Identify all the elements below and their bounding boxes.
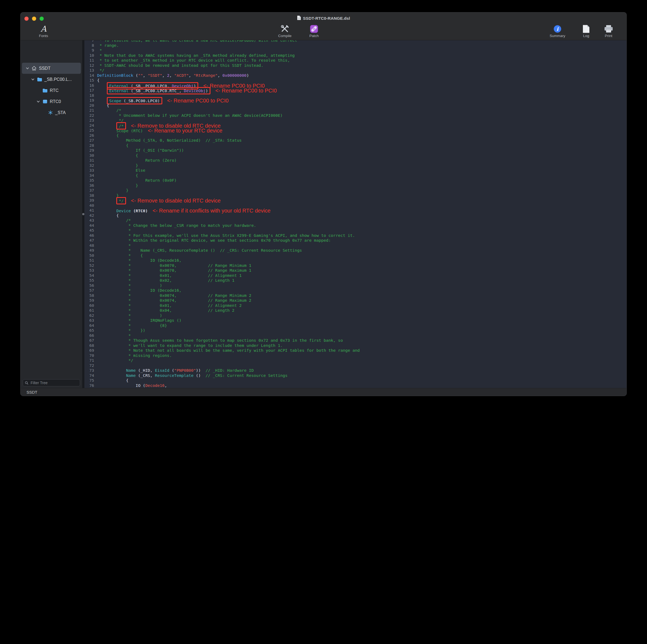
pane-divider[interactable] bbox=[82, 40, 84, 388]
annotation-text: <- Rename PC00 to PCI0 bbox=[167, 98, 228, 103]
sidebar-item-sb-pc00-l[interactable]: _SB.PC00.L... bbox=[22, 74, 81, 85]
code-text: */ bbox=[97, 68, 104, 73]
code-text: * Within the original RTC device, we see… bbox=[97, 238, 331, 243]
code-line-67[interactable]: 67 * Though Asus seems to have forgotten… bbox=[84, 338, 627, 343]
fonts-button[interactable]: AFonts bbox=[33, 24, 54, 38]
code-line-70[interactable]: 70 * missing regions. bbox=[84, 353, 627, 358]
compile-button[interactable]: Compile bbox=[274, 24, 296, 38]
code-line-28[interactable]: 28 { bbox=[84, 143, 627, 148]
code-line-32[interactable]: 32 } bbox=[84, 163, 627, 168]
code-line-13[interactable]: 13 */ bbox=[84, 68, 627, 73]
code-line-21[interactable]: 21 /* bbox=[84, 108, 627, 113]
code-line-19[interactable]: 19 Scope (_SB.PC00.LPC0)<- Rename PC00 t… bbox=[84, 98, 627, 103]
code-line-38[interactable]: 38 } bbox=[84, 193, 627, 198]
line-number: 15 bbox=[84, 78, 97, 83]
print-button[interactable]: Print bbox=[598, 24, 620, 38]
sidebar-item-sta[interactable]: _STA bbox=[22, 107, 81, 118]
code-line-51[interactable]: 51 * IO (Decode16, bbox=[84, 258, 627, 263]
chevron-down-icon[interactable] bbox=[31, 78, 34, 81]
code-line-47[interactable]: 47 * Within the original RTC device, we … bbox=[84, 238, 627, 243]
code-line-68[interactable]: 68 * we'll want to expand the range to i… bbox=[84, 343, 627, 348]
code-line-41[interactable]: 41 Device (RTC0)<- Rename if it conflict… bbox=[84, 208, 627, 213]
code-line-25[interactable]: 25 Scope (RTC)<- Rename to your RTC devi… bbox=[84, 128, 627, 133]
code-line-62[interactable]: 62 * ) bbox=[84, 313, 627, 318]
code-token: , bbox=[189, 73, 194, 78]
code-line-63[interactable]: 63 * IRQNoFlags () bbox=[84, 318, 627, 323]
code-line-58[interactable]: 58 * 0x0074, // Range Minimum 2 bbox=[84, 293, 627, 298]
code-line-48[interactable]: 48 * bbox=[84, 243, 627, 248]
code-line-57[interactable]: 57 * IO (Decode16, bbox=[84, 288, 627, 293]
code-line-35[interactable]: 35 Return (0x0F) bbox=[84, 178, 627, 183]
code-line-74[interactable]: 74 Name (_CRS, ResourceTemplate () // _C… bbox=[84, 373, 627, 378]
code-editor[interactable]: 7 * To resolve this, we'll want to creat… bbox=[84, 40, 627, 388]
code-line-22[interactable]: 22 * Uncomment below if your ACPI doesn'… bbox=[84, 113, 627, 118]
line-number: 25 bbox=[84, 128, 97, 133]
line-number: 20 bbox=[84, 103, 97, 108]
code-line-50[interactable]: 50 * { bbox=[84, 253, 627, 258]
code-line-43[interactable]: 43 /* bbox=[84, 218, 627, 223]
code-line-72[interactable]: 72 bbox=[84, 363, 627, 368]
line-number: 59 bbox=[84, 298, 97, 303]
code-line-33[interactable]: 33 Else bbox=[84, 168, 627, 173]
code-line-42[interactable]: 42 { bbox=[84, 213, 627, 218]
code-line-11[interactable]: 11 * to set another _STA method in your … bbox=[84, 58, 627, 63]
code-line-53[interactable]: 53 * 0x0070, // Range Maximum 1 bbox=[84, 268, 627, 273]
code-line-30[interactable]: 30 { bbox=[84, 153, 627, 158]
line-number: 69 bbox=[84, 348, 97, 353]
line-number: 18 bbox=[84, 93, 97, 98]
code-line-60[interactable]: 60 * 0x01, // Alignment 2 bbox=[84, 303, 627, 308]
log-button[interactable]: Log bbox=[575, 24, 597, 38]
sidebar-item-ssdt[interactable]: SSDT bbox=[22, 63, 81, 74]
code-line-44[interactable]: 44 * Change the below _CSR range to matc… bbox=[84, 223, 627, 228]
code-line-10[interactable]: 10 * Note that due to AWAC systems havin… bbox=[84, 53, 627, 58]
line-number: 35 bbox=[84, 178, 97, 183]
code-line-40[interactable]: 40 bbox=[84, 203, 627, 208]
code-line-24[interactable]: 24 /*<- Remove to disable old RTC device bbox=[84, 123, 627, 128]
code-line-34[interactable]: 34 { bbox=[84, 173, 627, 178]
code-line-64[interactable]: 64 * {8} bbox=[84, 323, 627, 328]
code-line-75[interactable]: 75 { bbox=[84, 378, 627, 383]
sidebar-item-rtc0[interactable]: RTC0 bbox=[22, 96, 81, 107]
code-text: Device (RTC0)<- Rename if it conflicts w… bbox=[97, 208, 271, 213]
patch-button[interactable]: Patch bbox=[303, 24, 325, 38]
chevron-down-icon[interactable] bbox=[36, 100, 40, 103]
chevron-down-icon[interactable] bbox=[25, 67, 29, 70]
code-line-76[interactable]: 76 IO (Decode16, bbox=[84, 383, 627, 388]
code-line-37[interactable]: 37 } bbox=[84, 188, 627, 193]
code-line-65[interactable]: 65 * }) bbox=[84, 328, 627, 333]
code-line-61[interactable]: 61 * 0x04, // Length 2 bbox=[84, 308, 627, 313]
code-line-45[interactable]: 45 * bbox=[84, 228, 627, 233]
code-line-27[interactable]: 27 Method (_STA, 0, NotSerialized) // _S… bbox=[84, 138, 627, 143]
code-token: (_SB_.PC00.LPC0.RTC_, bbox=[131, 88, 184, 93]
code-token: Name bbox=[126, 368, 138, 373]
code-line-8[interactable]: 8 * range. bbox=[84, 43, 627, 48]
code-token: * to set another _STA method in your RTC… bbox=[97, 58, 290, 63]
code-line-29[interactable]: 29 If (_OSI ("Darwin")) bbox=[84, 148, 627, 153]
code-line-9[interactable]: 9 * bbox=[84, 48, 627, 53]
code-line-23[interactable]: 23 */ bbox=[84, 118, 627, 123]
sidebar-item-rtc[interactable]: RTC bbox=[22, 85, 81, 96]
code-line-26[interactable]: 26 { bbox=[84, 133, 627, 138]
code-line-46[interactable]: 46 * For this example, we'll use the Asu… bbox=[84, 233, 627, 238]
code-line-54[interactable]: 54 * 0x01, // Alignment 1 bbox=[84, 273, 627, 278]
code-line-69[interactable]: 69 * Note that not all boards will be th… bbox=[84, 348, 627, 353]
code-line-71[interactable]: 71 */ bbox=[84, 358, 627, 363]
code-line-56[interactable]: 56 * ) bbox=[84, 283, 627, 288]
code-line-14[interactable]: 14DefinitionBlock ("", "SSDT", 2, "ACDT"… bbox=[84, 73, 627, 78]
code-line-39[interactable]: 39 */<- Remove to disable old RTC device bbox=[84, 198, 627, 203]
code-line-7[interactable]: 7 * To resolve this, we'll want to creat… bbox=[84, 40, 627, 43]
filter-tree-input[interactable] bbox=[23, 379, 80, 386]
summary-button[interactable]: iSummary bbox=[547, 24, 568, 38]
code-line-52[interactable]: 52 * 0x0070, // Range Minimum 1 bbox=[84, 263, 627, 268]
code-line-17[interactable]: 17 External (_SB_.PC00.LPC0.RTC_, Device… bbox=[84, 88, 627, 93]
code-line-36[interactable]: 36 } bbox=[84, 183, 627, 188]
code-line-59[interactable]: 59 * 0x0074, // Range Maximum 2 bbox=[84, 298, 627, 303]
code-text: } bbox=[97, 183, 138, 188]
code-line-20[interactable]: 20 { bbox=[84, 103, 627, 108]
code-line-31[interactable]: 31 Return (Zero) bbox=[84, 158, 627, 163]
code-line-73[interactable]: 73 Name (_HID, EisaId ("PNP0B00")) // _H… bbox=[84, 368, 627, 373]
code-line-55[interactable]: 55 * 0x02, // Length 1 bbox=[84, 278, 627, 283]
code-line-49[interactable]: 49 * Name (_CRS, ResourceTemplate () // … bbox=[84, 248, 627, 253]
code-line-66[interactable]: 66 * bbox=[84, 333, 627, 338]
code-line-12[interactable]: 12 * SSDT-AWAC should be removed and ins… bbox=[84, 63, 627, 68]
